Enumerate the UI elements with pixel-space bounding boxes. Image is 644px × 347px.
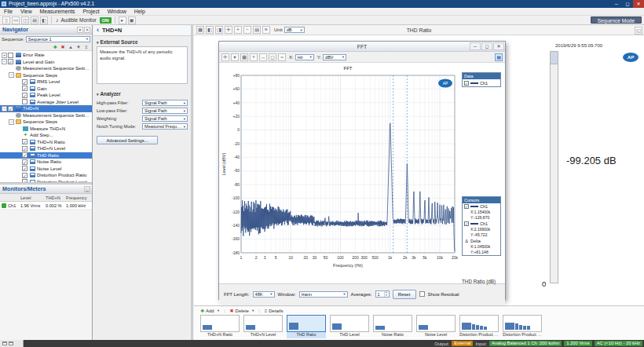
tree-item[interactable]: Measurement Sequence Settings... [0, 112, 92, 119]
minimize-button[interactable]: ─ [611, 0, 622, 8]
tree-item[interactable]: ✓THD+N Ratio [0, 139, 92, 146]
tree-item[interactable]: ✓RMS Level [0, 79, 92, 86]
tree-item[interactable]: ✓Gain [0, 86, 92, 93]
add-measurement-icon[interactable]: ✚ [52, 44, 58, 50]
tree-item[interactable]: ✓Peak Level [0, 92, 92, 99]
pan-icon[interactable]: ↔ [259, 53, 267, 61]
fft-x-unit-select[interactable]: Hz ▾ [295, 54, 314, 60]
checkbox-icon[interactable] [8, 53, 13, 58]
zoom-icon[interactable]: + [250, 53, 258, 61]
tree-item[interactable]: ✓Noise Level [0, 166, 92, 173]
maximize-button[interactable]: ◻ [622, 0, 633, 8]
field-select[interactable]: Signal Path▾ [142, 115, 188, 122]
tree-item[interactable]: +Error Rate [0, 52, 92, 59]
tree-item[interactable]: Measure THD+N [0, 126, 92, 133]
reset-button[interactable]: Reset [393, 290, 416, 299]
fft-length-select[interactable]: 48K ▾ [253, 291, 275, 298]
sequence-mode-button[interactable]: Sequence Mode [591, 16, 642, 24]
checkbox-icon[interactable]: ✓ [22, 166, 27, 171]
fft-titlebar[interactable]: FFT ─◻✕ [219, 42, 505, 52]
collapse-icon[interactable]: − [9, 119, 14, 125]
collapse-icon[interactable]: − [9, 72, 14, 78]
collapse-icon[interactable]: − [2, 106, 7, 111]
audible-monitor-on-toggle[interactable]: ON [100, 17, 112, 24]
checkbox-icon[interactable] [22, 99, 27, 104]
tree-item[interactable]: ✓THD Ratio [0, 152, 92, 159]
titlebar[interactable]: Project_been.approjx - APx500 v4.2.1 ─◻✕ [0, 0, 644, 8]
add-result-button[interactable]: ✚ Add ▾ [200, 308, 219, 313]
external-source-section-header[interactable]: ▾ External Source [97, 39, 188, 45]
averages-stepper[interactable]: 1 ▴▾ [375, 290, 390, 298]
checkbox-icon[interactable]: ✓ [22, 152, 27, 158]
expand-icon[interactable]: + [2, 53, 7, 58]
stepper-arrows[interactable]: ▴▾ [384, 291, 389, 297]
menu-help[interactable]: Help [130, 8, 149, 15]
pan-icon[interactable]: ✛ [225, 26, 232, 34]
marker-icon[interactable]: ▾ [231, 53, 239, 61]
tree-item[interactable]: ✓Distortion Product Ratio [0, 172, 92, 179]
fft-window-function-select[interactable]: Hann ▾ [299, 291, 348, 298]
measurement-thumbnail[interactable]: THD+N Ratio [200, 315, 240, 338]
save-project-icon[interactable]: ◫ [21, 16, 29, 24]
open-project-icon[interactable]: ▭ [12, 16, 20, 24]
split-horizontal-icon[interactable]: ◧ [206, 26, 214, 34]
measurement-thumbnail[interactable]: Distortion Product Level [503, 315, 542, 338]
checkbox-icon[interactable]: ✓ [464, 81, 469, 86]
input-status-badge[interactable]: Analog Balanced 1 Ch: 200 kohm [489, 341, 562, 346]
delete-result-button[interactable]: ✖ Delete ▾ [230, 308, 254, 313]
back-icon[interactable]: ‹ [97, 26, 99, 34]
cursor-channel-row[interactable]: ΔDelta [463, 238, 500, 244]
fft-close-button[interactable]: ✕ [493, 42, 504, 50]
menu-icon[interactable]: ≡ [262, 26, 270, 34]
checkbox-icon[interactable]: ✓ [464, 221, 469, 226]
analyzer-section-header[interactable]: ▾ Analyzer [97, 91, 188, 97]
axes-icon[interactable]: ▤ [253, 26, 261, 34]
expand-icon[interactable]: ◱ [84, 186, 90, 192]
input-bandwidth-badge[interactable]: AC (<10 Hz) - 20 kHz [595, 341, 642, 346]
statusbar-panel-switcher[interactable] [0, 340, 24, 347]
collapse-icon[interactable]: − [2, 59, 7, 64]
menu-icon[interactable]: ≡ [83, 44, 90, 50]
advanced-settings-button[interactable]: Advanced Settings... [97, 136, 158, 144]
select-icon[interactable]: ◻ [269, 53, 276, 61]
undock-icon[interactable]: ◱ [635, 27, 642, 35]
generator-icon[interactable]: ▸ [119, 16, 126, 24]
fft-window[interactable]: FFT ─◻✕ ✛▾▦+↔◻≈ X: Hz ▾ Y: dBV ▾ ▦ +80+6… [218, 41, 506, 300]
fft-maximize-button[interactable]: ◻ [481, 42, 492, 50]
panel-icon[interactable] [9, 342, 13, 345]
move-up-icon[interactable]: ▲ [68, 44, 74, 50]
print-icon[interactable]: ▤ [31, 16, 38, 24]
tree-item[interactable]: ✓Noise Ratio [0, 159, 92, 166]
tree-item[interactable]: −✓Level and Gain [0, 59, 92, 66]
zoom-out-icon[interactable]: − [243, 26, 251, 34]
field-select[interactable]: Signal Path▾ [142, 108, 188, 114]
menu-file[interactable]: File [0, 8, 16, 15]
cursor-channel-row[interactable]: ✓Ch1 [463, 203, 500, 210]
tree-item[interactable]: −Sequence Steps [0, 72, 92, 79]
close-icon[interactable]: ✕ [84, 27, 90, 33]
monitor-row[interactable]: Ch11.96 Vrms0.002 %1.000 kHz [0, 202, 92, 210]
unit-select[interactable]: dB ▾ [284, 27, 305, 33]
tree-item[interactable]: Measurement Sequence Settings... [0, 65, 92, 72]
cursor-icon[interactable]: ✛ [221, 53, 229, 61]
zoom-in-icon[interactable]: + [234, 26, 242, 34]
input-range-badge[interactable]: 1.200 Vrms [564, 341, 591, 346]
fft-minimize-button[interactable]: ─ [470, 42, 481, 50]
menu-measurements[interactable]: Measurements [36, 8, 79, 15]
measurement-thumbnail[interactable]: THD+N Level [243, 315, 283, 338]
checkbox-icon[interactable]: ✓ [8, 106, 13, 111]
panel-icon[interactable] [2, 342, 7, 345]
menu-window[interactable]: Window [104, 8, 130, 15]
tree-item[interactable]: +Add Step... [0, 132, 92, 139]
sequence-select[interactable]: Sequence 1 ▾ [26, 36, 90, 42]
details-button[interactable]: ≡ Details [265, 309, 284, 313]
layout-grid-icon[interactable]: ▦ [196, 26, 204, 34]
pin-icon[interactable]: ▾ [77, 27, 83, 33]
regulate-icon[interactable]: ▣ [128, 16, 136, 24]
measurement-thumbnail[interactable]: Noise Level [416, 315, 456, 338]
checkbox-icon[interactable]: ✓ [22, 159, 27, 165]
measurement-thumbnail[interactable]: Noise Ratio [373, 315, 412, 338]
tree-item[interactable]: Average Jitter Level [0, 99, 92, 106]
trace-icon[interactable]: ≈ [278, 53, 286, 61]
tree-item[interactable]: ✓THD+N Level [0, 145, 92, 152]
